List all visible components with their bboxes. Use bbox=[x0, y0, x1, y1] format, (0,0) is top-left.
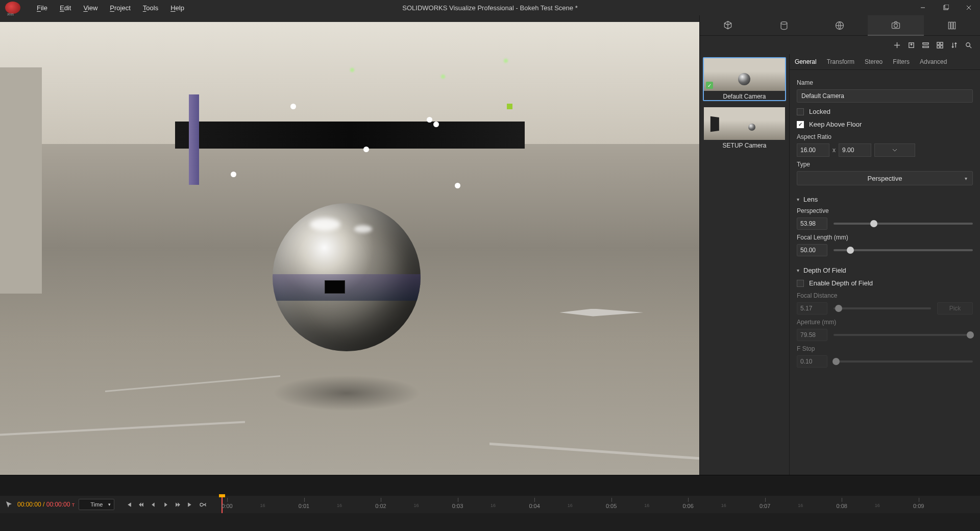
timeline-tick: 0:09 bbox=[913, 503, 924, 509]
prop-tab-transform[interactable]: Transform bbox=[822, 54, 860, 69]
maximize-button[interactable] bbox=[934, 0, 957, 15]
search-button[interactable] bbox=[962, 38, 975, 52]
menu-file[interactable]: File bbox=[31, 2, 54, 14]
type-select[interactable]: Perspective bbox=[797, 171, 973, 185]
prop-tab-advanced[interactable]: Advanced bbox=[915, 54, 952, 69]
gizmo-handle[interactable] bbox=[231, 172, 236, 177]
view-grid-button[interactable] bbox=[933, 38, 946, 52]
view-list-button[interactable] bbox=[919, 38, 932, 52]
timeline-minor-tick: 16 bbox=[644, 503, 649, 508]
name-label: Name bbox=[797, 79, 973, 86]
name-input[interactable] bbox=[797, 89, 973, 103]
gizmo-handle[interactable] bbox=[455, 183, 460, 188]
aspect-height-input[interactable] bbox=[839, 143, 871, 157]
keep-above-label: Keep Above Floor bbox=[809, 120, 862, 128]
app-logo bbox=[5, 2, 20, 14]
minimize-button[interactable] bbox=[911, 0, 934, 15]
perspective-input[interactable] bbox=[797, 218, 827, 230]
lens-section-header[interactable]: Lens bbox=[797, 196, 973, 203]
time-total: 00:00:00 bbox=[46, 501, 70, 508]
timeline-tick: 0:01 bbox=[299, 503, 309, 509]
prop-tab-general[interactable]: General bbox=[790, 54, 822, 69]
timeline-tick: 0:02 bbox=[375, 503, 386, 509]
aspect-width-input[interactable] bbox=[797, 143, 829, 157]
focal-distance-slider bbox=[834, 307, 931, 309]
gizmo-handle[interactable] bbox=[290, 104, 296, 109]
scene-sphere[interactable] bbox=[273, 203, 421, 351]
window-title: SOLIDWORKS Visualize Professional - Boke… bbox=[402, 4, 577, 12]
tab-appearances[interactable] bbox=[756, 15, 812, 36]
enable-dof-checkbox[interactable] bbox=[797, 280, 804, 287]
locked-checkbox[interactable] bbox=[797, 108, 804, 115]
svg-line-22 bbox=[969, 46, 971, 48]
camera-item-default[interactable]: Default Camera bbox=[703, 57, 786, 101]
locked-label: Locked bbox=[809, 108, 830, 115]
export-button[interactable] bbox=[904, 38, 918, 52]
timeline-mode-select[interactable]: Time bbox=[79, 499, 114, 510]
aspect-preset-button[interactable] bbox=[874, 143, 915, 157]
camera-list: Default Camera SETUP Camera bbox=[700, 54, 789, 475]
svg-rect-10 bbox=[951, 22, 952, 29]
tab-scenes[interactable] bbox=[812, 15, 868, 36]
focal-length-label: Focal Length (mm) bbox=[797, 234, 973, 241]
timeline-tick: 0:04 bbox=[529, 503, 540, 509]
play-button[interactable] bbox=[160, 499, 170, 510]
close-button[interactable] bbox=[957, 0, 980, 15]
perspective-slider[interactable] bbox=[834, 223, 973, 225]
tab-cameras[interactable] bbox=[868, 15, 924, 36]
aperture-slider bbox=[834, 334, 973, 336]
timeline-tick: 0:03 bbox=[452, 503, 463, 509]
keep-above-checkbox[interactable] bbox=[797, 121, 804, 128]
focal-length-input[interactable] bbox=[797, 244, 827, 256]
loop-button[interactable] bbox=[197, 499, 207, 510]
gizmo-target[interactable] bbox=[507, 104, 512, 109]
prev-frame-button[interactable] bbox=[148, 499, 158, 510]
viewport[interactable] bbox=[0, 22, 699, 475]
tab-libraries[interactable] bbox=[924, 15, 980, 36]
perspective-label: Perspective bbox=[797, 207, 973, 214]
timeline-minor-tick: 16 bbox=[568, 503, 573, 508]
step-back-button[interactable] bbox=[136, 499, 146, 510]
menu-view[interactable]: View bbox=[77, 2, 104, 14]
add-button[interactable] bbox=[890, 38, 903, 52]
svg-rect-15 bbox=[922, 42, 928, 44]
gizmo-handle[interactable] bbox=[427, 117, 432, 123]
aspect-label: Aspect Ratio bbox=[797, 133, 973, 140]
gizmo-handle[interactable] bbox=[363, 147, 369, 152]
scene-background bbox=[175, 122, 525, 149]
goto-end-button[interactable] bbox=[185, 499, 195, 510]
prop-tab-filters[interactable]: Filters bbox=[888, 54, 915, 69]
scene-light bbox=[350, 67, 355, 73]
menu-help[interactable]: Help bbox=[164, 2, 190, 14]
goto-start-button[interactable] bbox=[124, 499, 134, 510]
timeline-tracks[interactable] bbox=[0, 513, 980, 531]
menu-project[interactable]: Project bbox=[104, 2, 136, 14]
timeline-tick: 0:06 bbox=[682, 503, 693, 509]
cursor-icon[interactable] bbox=[5, 500, 13, 509]
focal-pick-button: Pick bbox=[937, 302, 973, 315]
step-forward-button[interactable] bbox=[173, 499, 183, 510]
menu-edit[interactable]: Edit bbox=[54, 2, 77, 14]
prop-tab-stereo[interactable]: Stereo bbox=[860, 54, 888, 69]
scene-floor-marking bbox=[105, 375, 280, 392]
menu-tools[interactable]: Tools bbox=[137, 2, 164, 14]
timeline-ruler[interactable]: 0:00160:01160:02160:03160:04160:05160:06… bbox=[222, 496, 975, 513]
scene-floor-marking bbox=[489, 442, 699, 460]
timeline-tick: 0:07 bbox=[760, 503, 770, 509]
enable-dof-label: Enable Depth of Field bbox=[809, 279, 873, 287]
dof-section-header[interactable]: Depth Of Field bbox=[797, 267, 973, 274]
sort-button[interactable] bbox=[947, 38, 961, 52]
timeline-tick: 0:00 bbox=[222, 503, 232, 509]
svg-rect-20 bbox=[940, 45, 943, 48]
camera-item-setup[interactable]: SETUP Camera bbox=[703, 106, 786, 150]
fstop-label: F Stop bbox=[797, 345, 973, 352]
timeline-minor-tick: 16 bbox=[721, 503, 726, 508]
time-current: 00:00:00 bbox=[17, 501, 41, 508]
timeline-minor-tick: 16 bbox=[414, 503, 419, 508]
tab-models[interactable] bbox=[700, 15, 756, 36]
aperture-label: Aperture (mm) bbox=[797, 319, 973, 326]
svg-rect-9 bbox=[948, 22, 950, 29]
timeline-minor-tick: 16 bbox=[260, 503, 265, 508]
svg-rect-11 bbox=[953, 22, 955, 29]
focal-length-slider[interactable] bbox=[834, 249, 973, 251]
